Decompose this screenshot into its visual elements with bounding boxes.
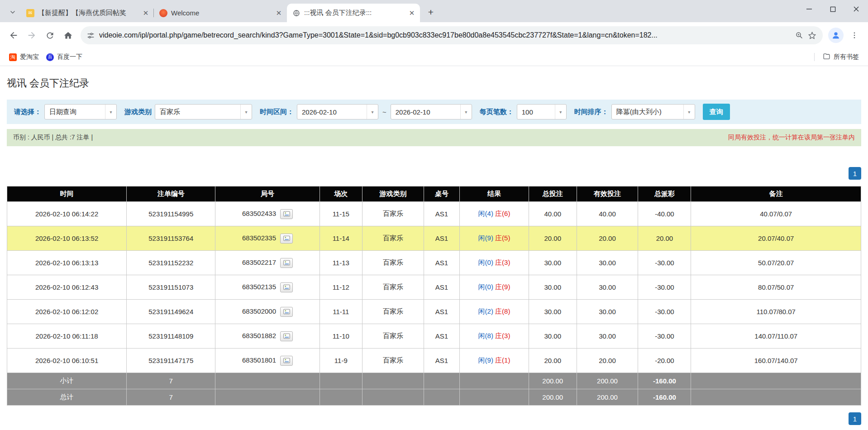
cell-game-type: 百家乐 (362, 300, 424, 324)
search-button[interactable]: 查询 (703, 104, 730, 120)
bookmark-baidu[interactable]: 百 百度一下 (43, 51, 86, 63)
back-button[interactable] (5, 26, 23, 44)
game-type-select[interactable]: 百家乐 ▾ (155, 104, 252, 119)
tab-favicon-mail-icon: ✉ (26, 9, 34, 17)
address-bar[interactable]: videoie.com/ipl/portal.php/game/betrecor… (81, 26, 823, 44)
video-replay-icon[interactable] (280, 307, 293, 317)
video-replay-icon[interactable] (280, 331, 293, 341)
zoom-icon[interactable] (795, 31, 803, 39)
cell-session: 11-15 (320, 202, 362, 226)
empty-cell (215, 373, 320, 389)
bookmark-taobao[interactable]: 淘 爱淘宝 (5, 51, 43, 63)
cell-time: 2026-02-10 06:14:22 (7, 202, 127, 226)
cell-time: 2026-02-10 06:12:02 (7, 300, 127, 324)
cell-total-bet[interactable]: 30.00 (529, 324, 577, 349)
cell-result: 闲(4) 庄(6) (460, 202, 529, 226)
query-type-select[interactable]: 日期查询 ▾ (44, 104, 117, 119)
minimize-button[interactable] (797, 0, 821, 18)
video-replay-icon[interactable] (280, 282, 293, 292)
column-header: 场次 (320, 186, 362, 202)
cell-total-bet[interactable]: 30.00 (529, 300, 577, 324)
browser-tab-active[interactable]: :::视讯 会员下注纪录::: ✕ (287, 4, 420, 22)
result-banker: 庄(1) (495, 356, 510, 364)
cell-total-bet[interactable]: 20.00 (529, 349, 577, 373)
bet-row: 2026-02-10 06:12:43523191151073683502135… (7, 275, 861, 300)
date-range-separator: ~ (382, 108, 386, 116)
navigation-bar: videoie.com/ipl/portal.php/game/betrecor… (0, 22, 868, 48)
result-player: 闲(0) (478, 283, 493, 291)
round-number: 683501801 (242, 356, 276, 363)
subtotal-row: 小计 7 200.00 200.00 -160.00 (7, 373, 861, 389)
video-replay-icon[interactable] (280, 234, 293, 244)
tab-close-icon[interactable]: ✕ (407, 9, 416, 18)
home-button[interactable] (59, 26, 77, 44)
empty-cell (362, 373, 424, 389)
video-replay-icon[interactable] (280, 258, 293, 268)
info-bar: 币别 : 人民币 | 总共 :7 注单 | 同局有效投注，统一计算在该局第一张注… (7, 129, 861, 146)
site-settings-icon[interactable] (87, 32, 95, 39)
browser-menu-icon[interactable] (845, 26, 863, 44)
bet-row: 2026-02-10 06:14:22523191154995683502433… (7, 202, 861, 226)
cell-game-type: 百家乐 (362, 226, 424, 251)
browser-tab-2[interactable]: Welcome ✕ (154, 4, 287, 22)
maximize-button[interactable] (821, 0, 844, 18)
refresh-button[interactable] (41, 26, 59, 44)
date-from-input[interactable]: 2026-02-10 ▾ (297, 104, 378, 119)
cell-valid-bet: 30.00 (577, 251, 638, 275)
cell-result: 闲(8) 庄(3) (460, 324, 529, 349)
window-controls (797, 0, 868, 18)
close-button[interactable] (844, 0, 868, 18)
result-player: 闲(9) (478, 356, 493, 364)
cell-session: 11-14 (320, 226, 362, 251)
cell-note: 40.07/0.07 (691, 202, 861, 226)
cell-round-number: 683501882 (215, 324, 320, 349)
date-from-value: 2026-02-10 (297, 108, 367, 116)
tab-close-icon[interactable]: ✕ (141, 9, 150, 18)
chevron-down-icon: ▾ (460, 105, 472, 119)
cell-game-type: 百家乐 (362, 275, 424, 300)
cell-round-number: 683501801 (215, 349, 320, 373)
cell-result: 闲(0) 庄(3) (460, 251, 529, 275)
tab-favicon-flame-icon (159, 9, 167, 17)
filter-bar: 请选择： 日期查询 ▾ 游戏类别 百家乐 ▾ 时间区间： 2026-02-10 … (7, 100, 861, 124)
cell-valid-bet: 30.00 (577, 324, 638, 349)
result-player: 闲(9) (478, 234, 493, 242)
cell-time: 2026-02-10 06:10:51 (7, 349, 127, 373)
profile-avatar[interactable] (828, 28, 844, 43)
cell-note: 20.07/40.07 (691, 226, 861, 251)
cell-total-bet[interactable]: 30.00 (529, 275, 577, 300)
cell-bet-id: 523191149624 (127, 300, 215, 324)
new-tab-button[interactable]: + (424, 5, 438, 19)
all-bookmarks-button[interactable]: 所有书签 (819, 51, 863, 63)
cell-round-number: 683502217 (215, 251, 320, 275)
bookmark-star-icon[interactable] (808, 31, 816, 40)
cell-total-bet[interactable]: 20.00 (529, 226, 577, 251)
column-header: 桌号 (424, 186, 459, 202)
video-replay-icon[interactable] (280, 356, 293, 366)
page-size-select[interactable]: 100 ▾ (517, 104, 567, 119)
date-to-input[interactable]: 2026-02-10 ▾ (391, 104, 472, 119)
browser-tab-1[interactable]: ✉ 【新提醒】【海燕优质回帖奖 ✕ (21, 4, 154, 22)
cell-result: 闲(0) 庄(9) (460, 275, 529, 300)
cell-result: 闲(9) 庄(5) (460, 226, 529, 251)
page-number-button[interactable]: 1 (849, 167, 861, 180)
cell-bet-id: 523191154995 (127, 202, 215, 226)
result-banker: 庄(3) (495, 258, 510, 266)
forward-button[interactable] (23, 26, 41, 44)
video-replay-icon[interactable] (280, 209, 293, 219)
sort-order-select[interactable]: 降冪(由大到小) ▾ (611, 104, 695, 119)
url-text[interactable]: videoie.com/ipl/portal.php/game/betrecor… (99, 31, 791, 39)
filter-label-query-type: 请选择： (14, 108, 41, 116)
round-number: 683502335 (242, 234, 276, 241)
tab-search-chevron-icon[interactable] (5, 5, 20, 19)
bet-records-table: 时间注单编号局号场次游戏类别桌号结果总投注有效投注总派彩备注 2026-02-1… (7, 186, 861, 406)
tab-close-icon[interactable]: ✕ (274, 9, 283, 18)
cell-total-bet[interactable]: 30.00 (529, 251, 577, 275)
filter-label-page-size: 每页笔数： (480, 108, 514, 116)
page-number-button[interactable]: 1 (849, 412, 861, 425)
cell-time: 2026-02-10 06:12:43 (7, 275, 127, 300)
cell-game-type: 百家乐 (362, 324, 424, 349)
bet-row: 2026-02-10 06:10:51523191147175683501801… (7, 349, 861, 373)
cell-total-bet[interactable]: 40.00 (529, 202, 577, 226)
cell-game-type: 百家乐 (362, 251, 424, 275)
